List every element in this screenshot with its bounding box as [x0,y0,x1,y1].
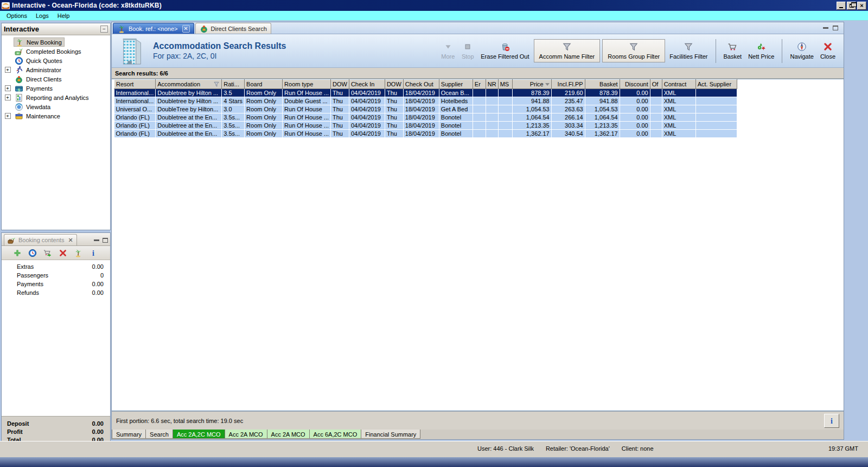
navigate-button[interactable]: Navigate [787,40,816,61]
result-cell: 941.88 [585,97,620,105]
sidebar-item-payments[interactable]: +$Payments [2,84,110,93]
column-header-resort[interactable]: Resort [114,80,156,89]
booking-contents-close-icon[interactable]: ✕ [68,237,73,244]
app-icon [2,2,10,10]
panel-maximize-icon[interactable] [833,26,838,30]
erase-filtered-out-button[interactable]: Erase Filtered Out [478,40,532,61]
result-cell: 04/04/2019 [349,122,385,130]
result-cell: Thu [331,113,349,122]
column-header-incl-fl-pp[interactable]: Incl.Fl.PP [551,80,585,89]
column-header-room-type[interactable]: Room type [283,80,331,89]
sidebar-item-reporting-and-analytics[interactable]: +Reporting and Analytics [2,93,110,102]
result-cell: Doubletree by Hilton ... [156,89,222,97]
column-header-ms[interactable]: MS [498,80,512,89]
column-header-discount[interactable]: Discount [620,80,650,89]
toolbar-button-label: Basket [724,53,742,60]
result-cell: Thu [331,122,349,130]
info-icon[interactable]: i [89,249,98,257]
column-header-er[interactable]: Er [473,80,486,89]
bottom-tab-acc-6a-2c-mco-5[interactable]: Acc 6A,2C MCO [309,430,361,439]
column-header-of[interactable]: Of [650,80,662,89]
sidebar-collapse-icon[interactable]: − [100,26,108,33]
booking-summary-row: Payments0.00 [2,280,110,288]
nett-price-button[interactable]: Nett Price [745,40,777,61]
sidebar-item-quick-quotes[interactable]: Quick Quotes [2,56,110,65]
expand-toggle-icon[interactable]: + [5,85,11,91]
booking-panel-maximize-icon[interactable] [103,238,108,243]
column-header-contract[interactable]: Contract [662,80,695,89]
booking-contents-toolbar: i [2,246,110,260]
add-icon[interactable] [13,249,22,257]
result-row[interactable]: Orlando (FL)Doubletree at the En...3.5s.… [114,113,737,122]
sidebar-item-new-booking[interactable]: New Booking [2,37,110,47]
globe-person-icon [200,24,208,33]
result-row[interactable]: International...Doubletree by Hilton ...… [114,89,737,97]
column-header-nr[interactable]: NR [486,80,498,89]
column-header-rati[interactable]: Rati... [222,80,245,89]
bottom-tab-acc-2a-mco-4[interactable]: Acc 2A MCO [267,430,309,439]
booking-contents-tab[interactable]: Booking contents ✕ [4,234,77,245]
facilities-filter-button[interactable]: Facilities Filter [667,40,710,61]
result-cell: 18/04/2019 [403,97,439,105]
tab-book-ref-none[interactable]: Book. ref.: <none>✕ [113,23,194,34]
bottom-tab-search-1[interactable]: Search [145,430,173,439]
booking-panel-minimize-icon[interactable] [94,239,99,241]
restore-button[interactable] [847,2,856,10]
quick-quote-icon[interactable] [28,249,37,257]
svg-text:$: $ [18,87,21,92]
menu-item-logs[interactable]: Logs [31,12,53,20]
result-row[interactable]: International...Doubletree by Hilton ...… [114,97,737,105]
toolbar-button-label: Nett Price [748,53,774,60]
delete-icon[interactable] [59,249,67,257]
result-row[interactable]: Orlando (FL)Doubletree at the En...3.5s.… [114,130,737,138]
results-header: Accommodation Search Results For pax: 2A… [112,34,844,68]
column-header-supplier[interactable]: Supplier [439,80,473,89]
minimize-button[interactable] [837,2,846,10]
expand-slot: + [2,113,14,119]
booking-total-value: 0.00 [92,420,104,427]
rooms-group-filter-button[interactable]: Rooms Group Filter [602,39,665,62]
column-header-check-out[interactable]: Check Out [403,80,439,89]
result-row[interactable]: Orlando (FL)Doubletree at the En...3.5s.… [114,122,737,130]
column-header-dow[interactable]: DOW [385,80,403,89]
report-icon [15,93,23,102]
menu-item-options[interactable]: Options [2,12,31,20]
bottom-tab-acc-2a-2c-mco-2[interactable]: Acc 2A,2C MCO [173,430,225,439]
booking-row-label: Extras [17,263,34,270]
basket-button[interactable]: Basket [721,40,745,61]
bottom-tab-acc-2a-mco-3[interactable]: Acc 2A MCO [225,430,267,439]
sidebar-item-completed-bookings[interactable]: Completed Bookings [2,47,110,56]
column-header-act-supplier[interactable]: Act. Supplier [695,80,737,89]
close-window-button[interactable]: × [857,2,866,10]
column-header-basket[interactable]: Basket [585,80,620,89]
accomm-name-filter-button[interactable]: Accomm Name Filter [534,39,601,62]
expand-toggle-icon[interactable]: + [5,113,11,119]
column-header-board[interactable]: Board [245,80,283,89]
tab-direct-clients-search[interactable]: Direct Clients Search [195,23,271,34]
expand-toggle-icon[interactable]: + [5,94,11,100]
column-header-price[interactable]: Price [512,80,551,89]
info-button[interactable]: i [824,414,839,428]
panel-minimize-icon[interactable] [823,27,828,29]
palm-tree-icon[interactable] [74,249,82,257]
result-row[interactable]: Universal O...DoubleTree by Hilton...3.0… [114,105,737,113]
bottom-tab-summary-0[interactable]: Summary [112,430,145,439]
column-header-dow[interactable]: DOW [331,80,349,89]
booking-total-label: Profit [7,428,23,435]
toolbar-button-label: Facilities Filter [669,53,707,60]
column-header-accommodation[interactable]: Accommodation [156,80,222,89]
result-cell: Room Only [245,130,283,138]
bottom-tab-financial-summary-6[interactable]: Financial Summary [361,430,420,439]
menu-item-help[interactable]: Help [53,12,74,20]
result-cell: 18/04/2019 [403,122,439,130]
tab-close-icon[interactable]: ✕ [182,25,190,33]
sidebar-item-maintenance[interactable]: +Maintenance [2,111,110,121]
close-button[interactable]: Close [818,40,838,61]
sidebar-item-administrator[interactable]: +Administrator [2,65,110,74]
sidebar-item-direct-clients[interactable]: Direct Clients [2,74,110,84]
result-cell: Doubletree at the En... [156,113,222,122]
cart-add-icon[interactable] [43,249,52,257]
sidebar-item-viewdata[interactable]: Viewdata [2,102,110,111]
column-header-check-in[interactable]: Check In [349,80,385,89]
expand-toggle-icon[interactable]: + [5,67,11,73]
